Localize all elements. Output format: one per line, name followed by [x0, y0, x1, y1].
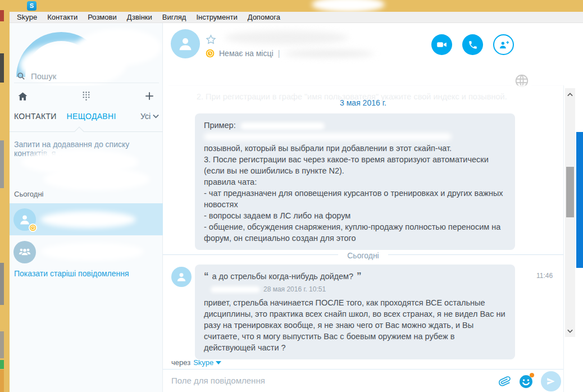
menu-calls[interactable]: Дзвінки — [122, 13, 157, 21]
desktop-icon-fragment — [0, 263, 4, 305]
composer-actions — [499, 371, 561, 391]
date-header: 3 мая 2016 г. — [163, 98, 563, 107]
menu-view[interactable]: Вигляд — [157, 13, 192, 21]
tab-contacts[interactable]: КОНТАКТИ — [14, 112, 57, 121]
chat-right-border — [563, 85, 564, 392]
redaction-blob-title — [312, 0, 385, 12]
phone-icon — [468, 40, 478, 50]
favorite-star-icon[interactable] — [206, 34, 216, 45]
call-buttons — [431, 34, 514, 55]
filter-label: Усі — [140, 112, 151, 121]
scrollbar-thumb[interactable] — [566, 167, 574, 217]
person-icon — [18, 213, 31, 226]
today-divider: Сьогодні — [163, 250, 563, 261]
redaction-blob-author — [211, 286, 260, 293]
away-clock-icon — [206, 49, 215, 58]
desktop-icon-fragment — [0, 53, 4, 83]
voice-call-button[interactable] — [462, 34, 483, 55]
redaction-blob-profile — [77, 29, 161, 66]
redaction-blob-text — [240, 122, 325, 130]
skype-logo-icon: S — [27, 1, 37, 11]
desktop-icon-fragment — [0, 331, 4, 358]
header-divider — [168, 85, 563, 86]
video-call-button[interactable] — [431, 34, 452, 55]
desktop-icon-fragment — [0, 360, 4, 369]
menu-contacts[interactable]: Контакти — [42, 13, 83, 21]
quote-close-icon: ” — [357, 271, 362, 282]
today-divider-label: Сьогодні — [338, 251, 388, 260]
chat-status-row: Немає на місці | — [206, 49, 374, 58]
message-time: 11:46 — [536, 272, 553, 280]
sidebar-tabs: КОНТАКТИ НЕЩОДАВНІ Усі — [14, 112, 159, 121]
via-app-dropdown[interactable]: Skype — [193, 358, 221, 367]
send-plane-icon — [546, 376, 556, 386]
emoticon-button[interactable] — [519, 375, 533, 389]
add-person-icon — [498, 39, 509, 51]
scroll-down-arrow[interactable] — [565, 326, 575, 336]
message-line: - общение, обсуждения снаряжения, куплю-… — [204, 221, 506, 244]
add-participant-button[interactable] — [493, 34, 514, 55]
add-icon[interactable] — [144, 91, 154, 101]
dialpad-icon[interactable] — [82, 91, 90, 102]
quote-timestamp: 28 мая 2016 г. 10:51 — [263, 284, 326, 295]
quote-open-icon: “ — [204, 271, 209, 282]
quote-text: а до стрельбы когда-нибудь дойдем? — [212, 271, 354, 282]
desktop-icon-fragment — [0, 370, 4, 392]
redaction-blob-list — [43, 168, 150, 190]
sidebar-toolbar — [10, 88, 162, 104]
chat-panel: Немає на місці | 2. При регистрации в — [163, 23, 583, 392]
message-bubble-rules: Пример: позывной, который вы выбрали при… — [195, 113, 515, 250]
tab-recent[interactable]: НЕЩОДАВНІ — [67, 112, 116, 121]
dropdown-triangle-icon — [216, 361, 221, 364]
divider — [10, 131, 163, 132]
contact-avatar — [13, 208, 36, 231]
clock-icon — [30, 225, 35, 230]
message-line: Пример: — [204, 120, 506, 131]
conversation-item-selected[interactable] — [10, 203, 163, 235]
redaction-blob-chatname — [225, 31, 348, 44]
away-status-icon — [29, 224, 37, 232]
message-line: позывной, который вы выбрали при добавле… — [204, 143, 506, 154]
menu-bar: Skype Контакти Розмови Дзвінки Вигляд Ін… — [10, 12, 583, 23]
message-body: привет, стрельба начинается ПОСЛЕ того, … — [204, 297, 506, 353]
search-icon — [17, 72, 25, 80]
menu-skype[interactable]: Skype — [12, 13, 42, 21]
redaction-blob-mood — [284, 50, 374, 57]
background-window-strip — [576, 132, 583, 268]
message-line: 3. После регистрации вас через какое-то … — [204, 154, 506, 176]
window-titlebar — [0, 0, 583, 12]
status-separator: | — [278, 49, 280, 58]
menu-conversations[interactable]: Розмови — [83, 13, 121, 21]
redaction-blob-name — [40, 211, 136, 228]
globe-icon — [512, 71, 531, 90]
search-field[interactable]: Пошук — [17, 68, 155, 84]
attach-paperclip-icon[interactable] — [497, 373, 513, 390]
message-avatar[interactable] — [171, 267, 192, 287]
sidebar-today-label: Сьогодні — [14, 190, 43, 198]
chat-scrollbar[interactable] — [565, 88, 575, 337]
menu-help[interactable]: Допомога — [243, 13, 285, 21]
quoted-message: “ а до стрельбы когда-нибудь дойдем? ” — [204, 271, 506, 282]
status-text: Немає на місці — [219, 49, 274, 58]
sidebar: Пошук КОНТАКТИ НЕЩОДАВНІ Усі Запити на д… — [10, 23, 163, 392]
conversation-item-group[interactable] — [10, 236, 163, 268]
search-placeholder: Пошук — [31, 71, 56, 81]
group-avatar — [13, 241, 36, 263]
skype-window: S Skype Контакти Розмови Дзвінки Вигляд … — [0, 0, 583, 392]
group-icon — [17, 245, 32, 259]
filter-dropdown[interactable]: Усі — [140, 112, 159, 121]
message-line: правила чата: — [204, 176, 506, 188]
via-selector: через Skype — [171, 358, 221, 367]
chevron-down-icon — [153, 114, 159, 118]
show-older-messages-link[interactable]: Показати старіші повідомлення — [14, 269, 129, 278]
active-tab-caret — [75, 127, 84, 136]
home-icon[interactable] — [17, 91, 28, 102]
send-button[interactable] — [541, 371, 561, 391]
quote-meta: 28 мая 2016 г. 10:51 — [211, 284, 506, 295]
menu-tools[interactable]: Інструменти — [191, 13, 242, 21]
message-line: - чат предназначен для оповещения курсан… — [204, 188, 506, 210]
message-input[interactable]: Поле для повідомлення — [171, 376, 486, 385]
scroll-up-arrow[interactable] — [565, 89, 575, 99]
via-prefix: через — [171, 358, 190, 367]
chat-avatar[interactable] — [171, 29, 200, 58]
